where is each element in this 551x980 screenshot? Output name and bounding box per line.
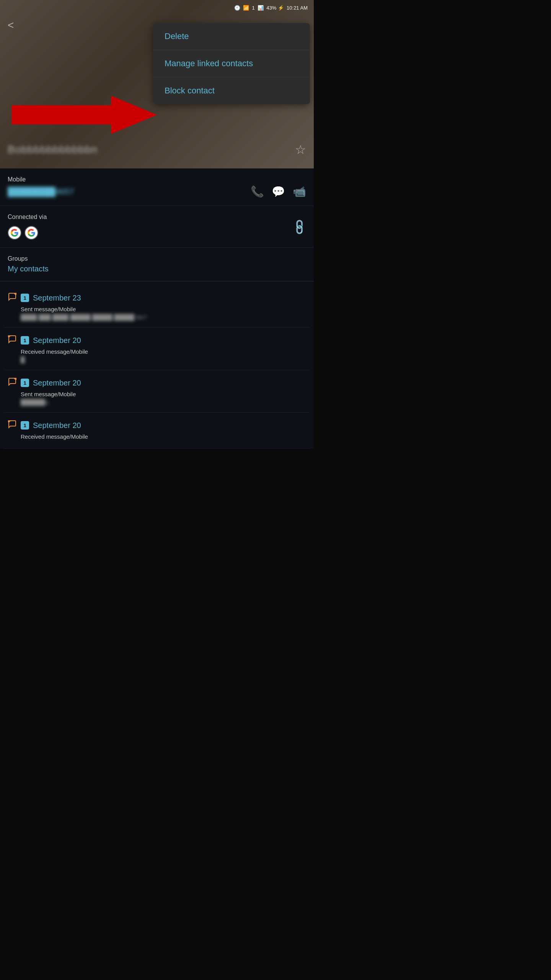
history-type-3: Sent message/Mobile [21,391,306,397]
groups-label: Groups [8,255,306,262]
history-preview-2: █ [21,356,306,363]
call-icon[interactable]: 📞 [251,185,264,198]
history-item-4[interactable]: 1 September 20 Received message/Mobile [4,413,310,449]
history-date-1: September 23 [33,294,81,302]
history-header-4: 1 September 20 [8,420,306,431]
groups-section: Groups My contacts [0,248,314,277]
history-preview-3: ██████a. [21,399,306,405]
history-type-2: Received message/Mobile [21,348,306,355]
history-item-2[interactable]: 1 September 20 Received message/Mobile █ [4,328,310,370]
connected-label: Connected via [8,214,47,220]
google-icons [8,226,47,240]
badge-3: 1 [21,379,29,387]
history-header-2: 1 September 20 [8,335,306,346]
context-menu: Delete Manage linked contacts Block cont… [153,23,310,104]
history-item-1[interactable]: 1 September 23 Sent message/Mobile ████ … [4,285,310,328]
history-preview-1: ████ ███ ████ █████ █████ █████ ble? [21,314,306,320]
history-header-1: 1 September 23 [8,292,306,304]
connected-section: Connected via [0,206,314,248]
received-icon-4 [8,420,17,431]
connected-left: Connected via [8,214,47,240]
sent-icon-3 [8,377,17,389]
mobile-section: Mobile ████████8657 📞 💬 📹 [0,168,314,206]
history-header-3: 1 September 20 [8,377,306,389]
status-bar-info: 🕙 📶 1 📊 43% ⚡ 10:21 AM [234,5,308,11]
google-icon-2 [24,226,38,240]
history-date-2: September 20 [33,336,81,345]
menu-item-delete[interactable]: Delete [153,23,310,50]
phone-actions: 📞 💬 📹 [251,185,306,198]
status-bar: 🕙 📶 1 📊 43% ⚡ 10:21 AM [0,0,314,15]
history-date-3: September 20 [33,379,81,387]
menu-item-block-contact[interactable]: Block contact [153,77,310,104]
history-type-4: Received message/Mobile [21,433,306,440]
hero-area: < Delete Manage linked contacts Block co… [0,0,314,168]
divider [0,281,314,281]
phone-row: ████████8657 📞 💬 📹 [8,185,306,198]
svg-marker-0 [11,96,157,134]
link-icon[interactable]: 🔗 [290,217,308,236]
history-type-1: Sent message/Mobile [21,306,306,312]
message-icon[interactable]: 💬 [272,185,285,198]
status-time: 10:21 AM [287,5,308,11]
groups-value[interactable]: My contacts [8,265,306,273]
red-arrow-annotation [11,92,157,139]
history-date-4: September 20 [33,421,81,430]
received-icon-2 [8,335,17,346]
video-icon[interactable]: 📹 [293,185,306,198]
menu-item-manage-linked[interactable]: Manage linked contacts [153,50,310,77]
badge-2: 1 [21,336,29,345]
history-item-3[interactable]: 1 September 20 Sent message/Mobile █████… [4,370,310,413]
google-icon-1 [8,226,21,240]
sent-icon-1 [8,292,17,304]
badge-1: 1 [21,294,29,302]
phone-number[interactable]: ████████8657 [8,187,74,197]
content-area: Mobile ████████8657 📞 💬 📹 Connected via [0,168,314,449]
badge-4: 1 [21,421,29,430]
mobile-label: Mobile [8,176,306,183]
history-section: 1 September 23 Sent message/Mobile ████ … [0,285,314,449]
